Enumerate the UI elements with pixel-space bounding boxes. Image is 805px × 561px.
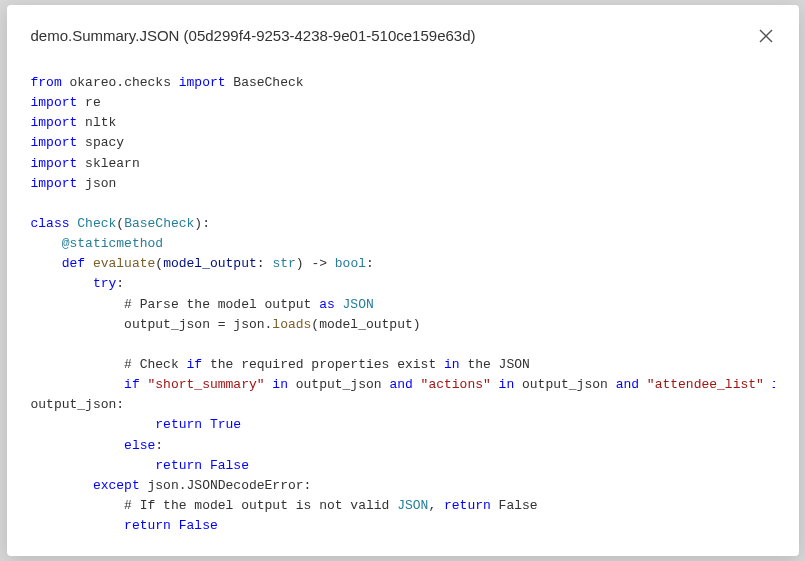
base-class: BaseCheck: [124, 216, 194, 231]
comment: the required properties exist: [202, 357, 444, 372]
colon: :: [366, 256, 374, 271]
variable: output_json: [514, 377, 615, 392]
module-name: spacy: [77, 135, 124, 150]
keyword-class: class: [31, 216, 70, 231]
module-name: nltk: [77, 115, 116, 130]
keyword-in: in: [444, 357, 460, 372]
code-block: from okareo.checks import BaseCheck impo…: [31, 73, 775, 534]
keyword-in: in: [764, 377, 775, 392]
keyword-as: as: [319, 297, 335, 312]
keyword-import: import: [179, 75, 226, 90]
param-name: model_output: [163, 256, 257, 271]
bool-literal: False: [202, 458, 249, 473]
comment: ,: [428, 498, 444, 513]
string-literal: "actions": [413, 377, 491, 392]
comment: False: [491, 498, 538, 513]
keyword-import: import: [31, 95, 78, 110]
keyword-in: in: [265, 377, 288, 392]
variable: output_json: [288, 377, 389, 392]
return-type: bool: [335, 256, 366, 271]
paren: (: [155, 256, 163, 271]
modal-title: demo.Summary.JSON (05d299f4-9253-4238-9e…: [31, 27, 476, 44]
keyword-from: from: [31, 75, 62, 90]
colon: :: [155, 438, 163, 453]
modal-dialog: demo.Summary.JSON (05d299f4-9253-4238-9e…: [7, 5, 799, 556]
keyword-return: return: [31, 417, 203, 432]
keyword-return: return: [444, 498, 491, 513]
function-call: loads: [272, 317, 311, 332]
keyword-return: return: [31, 458, 203, 473]
keyword-import: import: [31, 135, 78, 150]
variable: output_json:: [31, 397, 125, 412]
class-name: Check: [70, 216, 117, 231]
keyword-return: return: [31, 518, 171, 533]
json-word: JSON: [397, 498, 428, 513]
keyword-in: in: [491, 377, 514, 392]
arrow: ) ->: [296, 256, 335, 271]
keyword-else: else: [31, 438, 156, 453]
module-name: json: [77, 176, 116, 191]
keyword-try: try: [31, 276, 117, 291]
keyword-and: and: [389, 377, 412, 392]
function-name: evaluate: [85, 256, 155, 271]
string-literal: "attendee_list": [639, 377, 764, 392]
keyword-import: import: [31, 115, 78, 130]
keyword-except: except: [31, 478, 140, 493]
keyword-import: import: [31, 156, 78, 171]
exception-type: json.JSONDecodeError:: [140, 478, 312, 493]
decorator: @staticmethod: [31, 236, 164, 251]
colon: :: [257, 256, 273, 271]
comment: the JSON: [460, 357, 530, 372]
colon: ):: [194, 216, 210, 231]
code-text: output_json = json.: [31, 317, 273, 332]
keyword-import: import: [31, 176, 78, 191]
comment: # If the model output is not valid: [31, 498, 398, 513]
string-literal: "short_summary": [140, 377, 265, 392]
bool-literal: True: [202, 417, 241, 432]
keyword-if: if: [31, 377, 140, 392]
module-path: okareo.checks: [62, 75, 179, 90]
bool-literal: False: [171, 518, 218, 533]
colon: :: [116, 276, 124, 291]
keyword-if: if: [187, 357, 203, 372]
module-name: sklearn: [77, 156, 139, 171]
modal-header: demo.Summary.JSON (05d299f4-9253-4238-9e…: [31, 27, 775, 45]
json-word: JSON: [335, 297, 374, 312]
import-name: BaseCheck: [226, 75, 304, 90]
close-icon: [759, 29, 773, 43]
comment: # Check: [31, 357, 187, 372]
code-text: (model_output): [311, 317, 420, 332]
close-button[interactable]: [757, 27, 775, 45]
comment: # Parse the model output: [31, 297, 320, 312]
module-name: re: [77, 95, 100, 110]
keyword-and: and: [616, 377, 639, 392]
keyword-def: def: [31, 256, 86, 271]
type-annotation: str: [272, 256, 295, 271]
paren: (: [116, 216, 124, 231]
